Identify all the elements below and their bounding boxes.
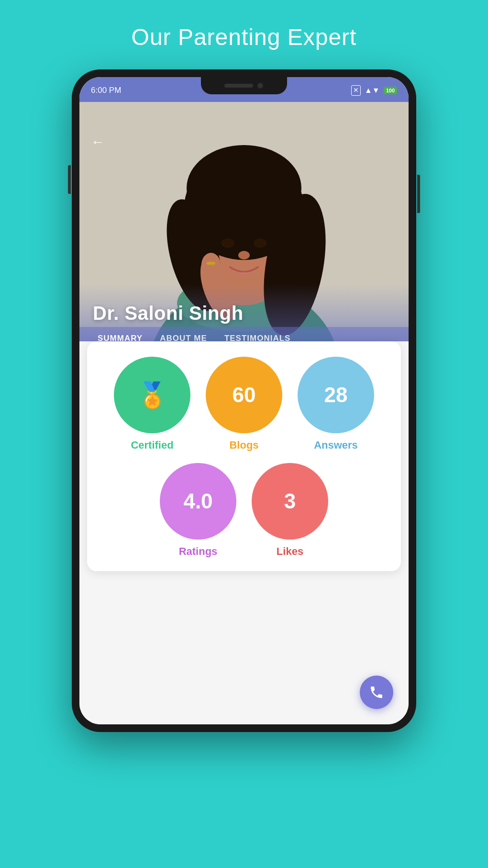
phone-frame: 6:00 PM ✕ ▲▼ 100 [72, 69, 416, 732]
stat-circle-answers: 28 [298, 357, 374, 433]
stat-likes: 3 Likes [252, 463, 328, 558]
battery-icon: 100 [384, 87, 397, 94]
svg-rect-15 [207, 262, 215, 265]
notch-speaker [224, 84, 253, 88]
phone-notch [201, 77, 287, 94]
phone-icon [369, 685, 384, 700]
expert-name: Dr. Saloni Singh [93, 303, 244, 324]
stat-answers: 28 Answers [298, 357, 374, 451]
expert-name-overlay: Dr. Saloni Singh [93, 303, 244, 324]
svg-point-11 [254, 238, 267, 248]
svg-point-9 [187, 145, 301, 231]
stat-label-ratings: Ratings [179, 545, 218, 558]
svg-point-10 [221, 238, 234, 248]
phone-content: 🏅 Certified 60 Blogs 28 Answers [79, 341, 409, 724]
notch-camera [257, 82, 264, 89]
stat-circle-blogs: 60 [206, 357, 282, 433]
award-icon: 🏅 [137, 381, 168, 410]
hero-section: ← Dr. Saloni Singh SUMMARY ABOUT ME TEST… [79, 102, 409, 351]
stat-label-certified: Certified [131, 439, 173, 451]
stat-label-likes: Likes [277, 545, 303, 558]
stat-ratings: 4.0 Ratings [160, 463, 236, 558]
stat-circle-ratings: 4.0 [160, 463, 236, 540]
call-fab-button[interactable] [360, 676, 393, 709]
screen-icon: ✕ [351, 85, 361, 96]
status-time: 6:00 PM [91, 86, 121, 95]
stat-blogs: 60 Blogs [206, 357, 282, 451]
back-button[interactable]: ← [91, 135, 104, 150]
stats-row-1: 🏅 Certified 60 Blogs 28 Answers [97, 357, 391, 451]
phone-mockup: 6:00 PM ✕ ▲▼ 100 [72, 69, 416, 816]
stat-certified: 🏅 Certified [114, 357, 190, 451]
status-icons: ✕ ▲▼ 100 [351, 85, 397, 96]
svg-point-12 [238, 251, 250, 259]
phone-screen: 6:00 PM ✕ ▲▼ 100 [79, 77, 409, 724]
wifi-icon: ▲▼ [365, 86, 380, 95]
stat-label-answers: Answers [314, 439, 358, 451]
stat-label-blogs: Blogs [229, 439, 258, 451]
stats-row-2: 4.0 Ratings 3 Likes [97, 463, 391, 558]
stats-card: 🏅 Certified 60 Blogs 28 Answers [87, 341, 401, 571]
page-title: Our Parenting Expert [132, 24, 357, 50]
stat-circle-likes: 3 [252, 463, 328, 540]
stat-circle-certified: 🏅 [114, 357, 190, 433]
